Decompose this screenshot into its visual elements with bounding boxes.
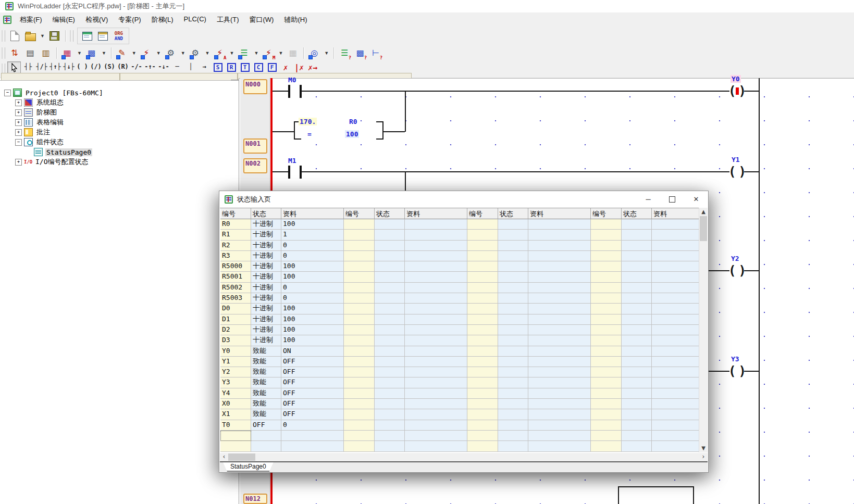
cell-number[interactable] (467, 314, 498, 325)
menu-l[interactable]: 阶梯(L) (146, 13, 179, 27)
cell-number[interactable] (467, 293, 498, 304)
cell-status[interactable]: 致能 (251, 377, 281, 388)
tree-item-[interactable]: +批注 (15, 128, 51, 137)
find-dropdown-icon[interactable]: ▼ (322, 46, 331, 60)
cell-data[interactable]: 0 (281, 283, 344, 293)
cell-number[interactable] (467, 283, 498, 293)
cell-status[interactable]: 十进制 (251, 293, 281, 304)
cell-status[interactable] (622, 325, 652, 335)
status-window-titlebar[interactable]: 状态输入页 (219, 191, 708, 207)
cell-number[interactable] (344, 346, 375, 357)
expand-icon[interactable]: + (15, 109, 22, 116)
cell-number[interactable] (344, 304, 375, 314)
cell-status[interactable] (498, 293, 528, 304)
contact-m1[interactable] (288, 166, 290, 179)
cell-number[interactable]: R1 (220, 230, 251, 240)
chip-icon[interactable]: ▤ (23, 46, 38, 60)
cell-number[interactable] (591, 409, 622, 420)
cell-number[interactable] (344, 335, 375, 346)
horizontal-scrollbar[interactable]: ‹ › (220, 453, 708, 461)
cell-status[interactable] (622, 304, 652, 314)
cell-number[interactable] (591, 293, 622, 304)
cell-status[interactable] (498, 219, 528, 230)
cell-number[interactable] (344, 230, 375, 240)
cell-status[interactable] (375, 304, 405, 314)
cell-data[interactable] (528, 367, 591, 377)
cell-number[interactable] (591, 314, 622, 325)
cell-number[interactable] (467, 241, 498, 251)
monitor-m-dropdown-icon[interactable]: ▼ (276, 46, 285, 60)
tree-item-[interactable]: −组件状态 (15, 137, 65, 147)
monitor-m-icon[interactable]: ⚡M (261, 46, 276, 60)
cell-data[interactable] (405, 314, 467, 325)
cell-number[interactable]: R3 (220, 251, 251, 261)
cell-status[interactable] (622, 251, 652, 261)
cell-status[interactable] (375, 431, 405, 441)
cell-number[interactable] (591, 230, 622, 240)
menu-f[interactable]: 档案(F) (15, 13, 47, 27)
menu-plcc[interactable]: PLC(C) (179, 13, 212, 27)
cell-number[interactable]: R5001 (220, 272, 251, 282)
maximize-icon[interactable] (660, 191, 684, 207)
cell-number[interactable] (591, 441, 622, 451)
network-box-n001[interactable]: N001 (243, 138, 267, 154)
cell-data[interactable] (405, 409, 467, 420)
horizontal-scroll-thumb[interactable] (228, 453, 255, 461)
cell-data[interactable] (405, 399, 467, 409)
cell-number[interactable] (344, 261, 375, 272)
cell-number[interactable] (344, 272, 375, 282)
cell-status[interactable]: 十进制 (251, 304, 281, 314)
project-tree-dropdown-icon[interactable]: ▼ (75, 46, 84, 60)
cell-data[interactable] (528, 304, 591, 314)
menu-t[interactable]: 工具(T) (212, 13, 244, 27)
cell-data[interactable] (652, 409, 699, 420)
cell-data[interactable]: 100 (281, 272, 344, 282)
vertical-scrollbar[interactable]: ▲ ▼ (699, 208, 708, 452)
cell-status[interactable] (498, 325, 528, 335)
contact-query-icon[interactable]: ⊢? (368, 46, 383, 60)
stop-plc-dropdown-icon[interactable]: ▼ (203, 46, 212, 60)
scroll-left-icon[interactable]: ‹ (220, 453, 228, 461)
cell-number[interactable]: R5003 (220, 293, 251, 304)
cell-status[interactable] (622, 272, 652, 282)
cell-data[interactable] (652, 441, 699, 451)
document-window-icon[interactable] (3, 16, 11, 24)
minimize-icon[interactable]: ─ (636, 191, 660, 207)
monitor-a-dropdown-icon[interactable]: ▼ (228, 46, 237, 60)
cell-number[interactable] (344, 241, 375, 251)
menu-h[interactable]: 辅助(H) (279, 13, 312, 27)
cell-status[interactable] (498, 441, 528, 451)
coil-y0[interactable]: () (728, 84, 746, 98)
cell-data[interactable] (528, 377, 591, 388)
cell-number[interactable] (467, 399, 498, 409)
cell-data[interactable] (405, 441, 467, 451)
cell-status[interactable] (498, 230, 528, 240)
cell-status[interactable] (622, 335, 652, 346)
org-and-icon[interactable]: ORGAND (112, 29, 126, 43)
cell-status[interactable] (498, 241, 528, 251)
cell-status[interactable]: 十进制 (251, 272, 281, 282)
cell-number[interactable]: Y4 (220, 388, 251, 399)
cell-data[interactable] (652, 399, 699, 409)
expand-icon[interactable]: + (15, 119, 22, 126)
cell-data[interactable] (405, 335, 467, 346)
cell-data[interactable]: 0 (281, 420, 344, 431)
cell-number[interactable] (467, 431, 498, 441)
cell-number[interactable]: D2 (220, 325, 251, 335)
cell-data[interactable] (281, 441, 344, 451)
cell-number[interactable] (344, 420, 375, 431)
cell-number[interactable]: X0 (220, 399, 251, 409)
cell-status[interactable] (375, 420, 405, 431)
cell-status[interactable] (375, 261, 405, 272)
collapse-icon[interactable]: − (4, 90, 11, 96)
cell-data[interactable]: 0 (281, 251, 344, 261)
cell-data[interactable]: OFF (281, 357, 344, 367)
cell-number[interactable] (467, 304, 498, 314)
cell-status[interactable] (498, 367, 528, 377)
coil-y1[interactable]: () (728, 165, 746, 179)
scroll-right-icon[interactable]: › (699, 453, 708, 461)
cell-status[interactable] (622, 377, 652, 388)
cell-number[interactable] (591, 388, 622, 399)
run-plc-dropdown-icon[interactable]: ▼ (179, 46, 188, 60)
cell-number[interactable]: D3 (220, 335, 251, 346)
